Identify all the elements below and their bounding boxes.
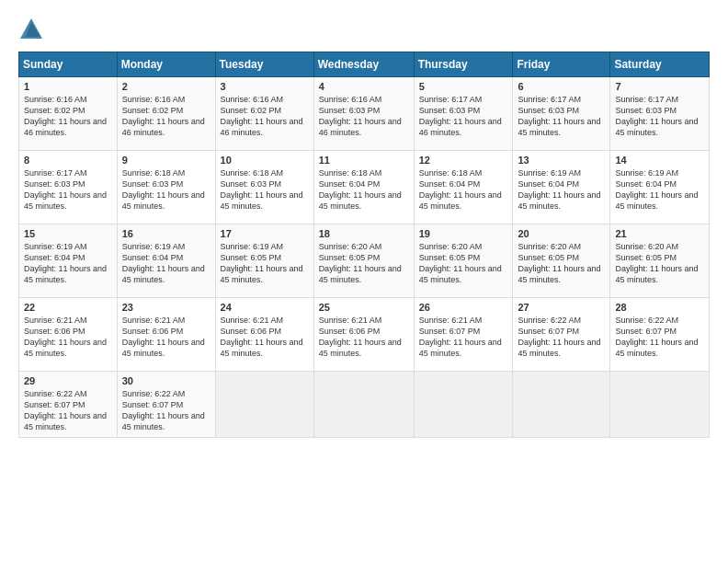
calendar-week-1: 1Sunrise: 6:16 AMSunset: 6:02 PMDaylight… [19,77,710,151]
day-number: 13 [518,155,605,166]
weekday-header-sunday: Sunday [19,52,118,77]
day-number: 23 [122,302,210,313]
day-info: Sunrise: 6:17 AMSunset: 6:03 PMDaylight:… [419,94,508,139]
table-row: 20Sunrise: 6:20 AMSunset: 6:05 PMDayligh… [513,224,610,298]
day-info: Sunrise: 6:18 AMSunset: 6:04 PMDaylight:… [419,167,508,213]
table-row: 10Sunrise: 6:18 AMSunset: 6:03 PMDayligh… [215,151,313,224]
day-number: 25 [319,302,409,313]
day-number: 16 [122,228,210,239]
day-info: Sunrise: 6:20 AMSunset: 6:05 PMDaylight:… [419,241,508,286]
logo-icon [18,17,44,42]
day-info: Sunrise: 6:21 AMSunset: 6:06 PMDaylight:… [122,315,210,360]
day-number: 28 [615,302,704,313]
table-row: 13Sunrise: 6:19 AMSunset: 6:04 PMDayligh… [513,151,610,224]
day-number: 4 [319,81,409,92]
table-row: 21Sunrise: 6:20 AMSunset: 6:05 PMDayligh… [610,224,710,298]
day-number: 5 [419,81,508,92]
day-info: Sunrise: 6:18 AMSunset: 6:03 PMDaylight:… [122,167,210,213]
table-row: 11Sunrise: 6:18 AMSunset: 6:04 PMDayligh… [313,151,414,224]
day-info: Sunrise: 6:18 AMSunset: 6:04 PMDaylight:… [319,167,409,213]
table-row: 30Sunrise: 6:22 AMSunset: 6:07 PMDayligh… [117,372,215,438]
header [18,17,710,42]
day-number: 29 [24,375,112,386]
day-number: 11 [319,155,409,166]
logo [18,17,48,42]
day-info: Sunrise: 6:16 AMSunset: 6:02 PMDaylight:… [24,94,112,139]
calendar-header-row: SundayMondayTuesdayWednesdayThursdayFrid… [19,52,710,77]
day-number: 15 [24,228,112,239]
table-row: 6Sunrise: 6:17 AMSunset: 6:03 PMDaylight… [513,77,610,151]
weekday-header-wednesday: Wednesday [313,52,414,77]
weekday-header-friday: Friday [513,52,610,77]
day-info: Sunrise: 6:16 AMSunset: 6:02 PMDaylight:… [221,94,309,139]
day-info: Sunrise: 6:19 AMSunset: 6:04 PMDaylight:… [518,167,605,213]
table-row [313,372,414,438]
table-row: 7Sunrise: 6:17 AMSunset: 6:03 PMDaylight… [610,77,710,151]
day-info: Sunrise: 6:20 AMSunset: 6:05 PMDaylight:… [518,241,605,286]
day-number: 6 [518,81,605,92]
day-number: 9 [122,155,210,166]
calendar-week-3: 15Sunrise: 6:19 AMSunset: 6:04 PMDayligh… [19,224,710,298]
calendar-week-5: 29Sunrise: 6:22 AMSunset: 6:07 PMDayligh… [19,372,710,438]
table-row [610,372,710,438]
day-number: 12 [419,155,508,166]
table-row: 26Sunrise: 6:21 AMSunset: 6:07 PMDayligh… [414,298,513,372]
day-number: 8 [24,155,112,166]
day-info: Sunrise: 6:22 AMSunset: 6:07 PMDaylight:… [122,388,210,433]
calendar-week-2: 8Sunrise: 6:17 AMSunset: 6:03 PMDaylight… [19,151,710,224]
day-number: 24 [221,302,309,313]
table-row: 24Sunrise: 6:21 AMSunset: 6:06 PMDayligh… [215,298,313,372]
calendar-week-4: 22Sunrise: 6:21 AMSunset: 6:06 PMDayligh… [19,298,710,372]
table-row: 22Sunrise: 6:21 AMSunset: 6:06 PMDayligh… [19,298,118,372]
table-row: 2Sunrise: 6:16 AMSunset: 6:02 PMDaylight… [117,77,215,151]
day-info: Sunrise: 6:19 AMSunset: 6:05 PMDaylight:… [221,241,309,286]
weekday-header-tuesday: Tuesday [215,52,313,77]
table-row: 9Sunrise: 6:18 AMSunset: 6:03 PMDaylight… [117,151,215,224]
day-info: Sunrise: 6:22 AMSunset: 6:07 PMDaylight:… [24,388,112,433]
day-info: Sunrise: 6:19 AMSunset: 6:04 PMDaylight:… [122,241,210,286]
day-number: 10 [221,155,309,166]
table-row: 15Sunrise: 6:19 AMSunset: 6:04 PMDayligh… [19,224,118,298]
day-number: 17 [221,228,309,239]
day-info: Sunrise: 6:21 AMSunset: 6:07 PMDaylight:… [419,315,508,360]
day-number: 22 [24,302,112,313]
day-info: Sunrise: 6:22 AMSunset: 6:07 PMDaylight:… [615,315,704,360]
day-number: 19 [419,228,508,239]
table-row [513,372,610,438]
day-info: Sunrise: 6:21 AMSunset: 6:06 PMDaylight:… [221,315,309,360]
page: SundayMondayTuesdayWednesdayThursdayFrid… [0,0,728,563]
day-number: 1 [24,81,112,92]
table-row: 3Sunrise: 6:16 AMSunset: 6:02 PMDaylight… [215,77,313,151]
table-row: 17Sunrise: 6:19 AMSunset: 6:05 PMDayligh… [215,224,313,298]
day-number: 21 [615,228,704,239]
day-info: Sunrise: 6:16 AMSunset: 6:02 PMDaylight:… [122,94,210,139]
table-row: 1Sunrise: 6:16 AMSunset: 6:02 PMDaylight… [19,77,118,151]
table-row: 8Sunrise: 6:17 AMSunset: 6:03 PMDaylight… [19,151,118,224]
day-info: Sunrise: 6:20 AMSunset: 6:05 PMDaylight:… [319,241,409,286]
day-info: Sunrise: 6:19 AMSunset: 6:04 PMDaylight:… [615,167,704,213]
day-number: 2 [122,81,210,92]
table-row: 23Sunrise: 6:21 AMSunset: 6:06 PMDayligh… [117,298,215,372]
day-info: Sunrise: 6:17 AMSunset: 6:03 PMDaylight:… [615,94,704,139]
table-row: 28Sunrise: 6:22 AMSunset: 6:07 PMDayligh… [610,298,710,372]
weekday-header-thursday: Thursday [414,52,513,77]
table-row: 27Sunrise: 6:22 AMSunset: 6:07 PMDayligh… [513,298,610,372]
day-number: 7 [615,81,704,92]
day-info: Sunrise: 6:21 AMSunset: 6:06 PMDaylight:… [24,315,112,360]
table-row: 4Sunrise: 6:16 AMSunset: 6:03 PMDaylight… [313,77,414,151]
table-row: 18Sunrise: 6:20 AMSunset: 6:05 PMDayligh… [313,224,414,298]
day-number: 14 [615,155,704,166]
table-row: 29Sunrise: 6:22 AMSunset: 6:07 PMDayligh… [19,372,118,438]
day-number: 26 [419,302,508,313]
day-number: 18 [319,228,409,239]
day-number: 30 [122,375,210,386]
table-row: 16Sunrise: 6:19 AMSunset: 6:04 PMDayligh… [117,224,215,298]
calendar: SundayMondayTuesdayWednesdayThursdayFrid… [18,52,710,438]
day-number: 3 [221,81,309,92]
day-info: Sunrise: 6:17 AMSunset: 6:03 PMDaylight:… [24,167,112,213]
day-info: Sunrise: 6:19 AMSunset: 6:04 PMDaylight:… [24,241,112,286]
table-row: 14Sunrise: 6:19 AMSunset: 6:04 PMDayligh… [610,151,710,224]
day-info: Sunrise: 6:16 AMSunset: 6:03 PMDaylight:… [319,94,409,139]
table-row: 5Sunrise: 6:17 AMSunset: 6:03 PMDaylight… [414,77,513,151]
table-row: 12Sunrise: 6:18 AMSunset: 6:04 PMDayligh… [414,151,513,224]
